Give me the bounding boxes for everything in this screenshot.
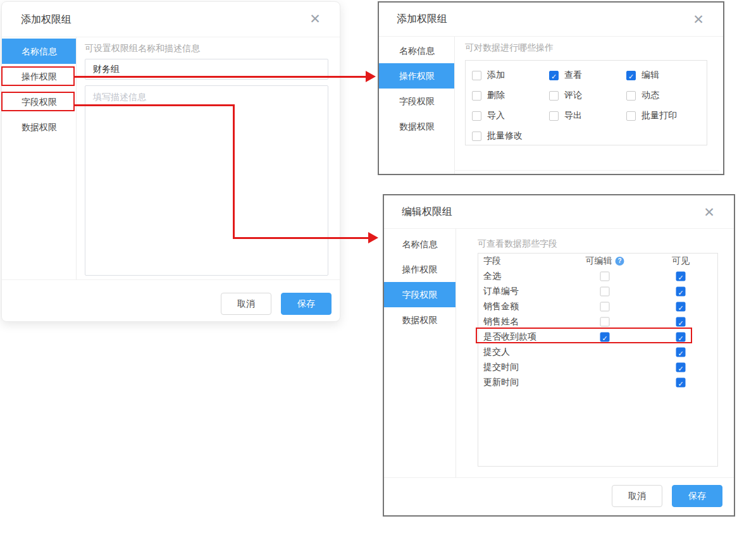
tab-label: 数据权限 [22,122,57,132]
op-item: 评论 [549,85,626,106]
tab-operation-permission[interactable]: 操作权限 [379,63,455,89]
fields-table: 字段 可编辑 ? 可见 全选 订单编号 销售金额 销售姓名 [478,253,718,467]
editable-checkbox[interactable] [600,317,610,327]
sidebar-divider [76,37,77,279]
visible-checkbox[interactable] [676,363,686,372]
tab-data-permission[interactable]: 数据权限 [379,114,455,139]
table-header-row: 字段 可编辑 ? 可见 [478,254,717,269]
dialog-add-permission-group-name: 添加权限组 ✕ 名称信息 操作权限 字段权限 数据权限 可设置权限组名称和描述信… [1,1,340,322]
close-icon[interactable]: ✕ [307,11,323,27]
op-item: 批量修改 [472,126,549,146]
content-bottom-divider [454,170,719,171]
table-row: 更新时间 [478,375,717,390]
op-checkbox[interactable] [549,91,559,101]
visible-checkbox[interactable] [676,348,686,357]
tab-name-info[interactable]: 名称信息 [2,39,77,64]
op-item: 导入 [472,106,549,126]
op-checkbox[interactable] [549,111,559,121]
close-icon[interactable]: ✕ [690,11,707,28]
tab-label: 操作权限 [399,71,435,81]
op-label: 批量修改 [487,130,523,142]
visible-checkbox[interactable] [676,317,686,327]
dialog-title: 添加权限组 [397,13,447,26]
op-item: 编辑 [626,65,707,85]
tab-label: 操作权限 [22,71,57,82]
visible-checkbox[interactable] [676,378,686,388]
tab-operation-permission[interactable]: 操作权限 [2,64,77,89]
save-button[interactable]: 保存 [281,293,332,315]
tab-label: 字段权限 [402,290,438,300]
footer-divider [2,279,340,280]
field-label: 提交人 [483,346,510,358]
tab-label: 名称信息 [22,46,57,56]
op-checkbox[interactable] [472,71,481,80]
group-description-textarea[interactable] [85,85,328,276]
visible-checkbox[interactable] [676,287,686,297]
tab-label: 名称信息 [399,46,435,56]
field-label: 订单编号 [483,286,519,297]
op-item: 批量打印 [626,106,707,126]
table-row: 销售金额 [478,299,717,314]
op-item: 动态 [626,85,707,106]
table-row: 订单编号 [478,284,717,299]
op-item: 删除 [472,85,549,106]
tab-field-permission[interactable]: 字段权限 [384,282,455,307]
op-label: 动态 [641,90,659,101]
save-button[interactable]: 保存 [672,485,722,507]
op-label: 删除 [487,90,505,101]
annotation-arrow-to-operations-head [366,71,376,82]
op-item: 添加 [472,65,549,85]
op-checkbox[interactable] [626,91,636,101]
op-item: 查看 [549,65,626,85]
tab-operation-permission[interactable]: 操作权限 [384,257,455,282]
op-checkbox[interactable] [472,91,481,101]
op-label: 添加 [487,70,505,81]
help-icon[interactable]: ? [616,257,624,266]
header-divider [2,37,340,37]
sidebar-tabs: 名称信息 操作权限 字段权限 数据权限 [379,38,455,139]
field-label: 全选 [483,271,501,282]
op-label: 导出 [564,110,582,121]
field-label: 更新时间 [483,377,519,388]
tab-field-permission[interactable]: 字段权限 [2,89,77,114]
tab-data-permission[interactable]: 数据权限 [2,114,77,140]
dialog-add-permission-group-operations: 添加权限组 ✕ 名称信息 操作权限 字段权限 数据权限 可对数据进行哪些操作 添… [378,1,724,175]
sidebar-tabs: 名称信息 操作权限 字段权限 数据权限 [384,231,455,333]
editable-checkbox[interactable] [600,333,610,342]
tab-label: 操作权限 [402,264,438,274]
tab-data-permission[interactable]: 数据权限 [384,307,455,333]
field-label: 销售金额 [483,301,519,312]
editable-checkbox[interactable] [600,302,610,312]
op-checkbox[interactable] [472,111,481,121]
op-checkbox[interactable] [626,71,636,80]
column-header-visible: 可见 [672,255,690,267]
op-checkbox[interactable] [549,71,559,80]
cancel-button[interactable]: 取消 [221,293,271,315]
tab-label: 字段权限 [22,97,57,107]
tab-field-permission[interactable]: 字段权限 [379,89,455,114]
visible-checkbox[interactable] [676,302,686,312]
tab-name-info[interactable]: 名称信息 [379,38,455,63]
op-label: 批量打印 [641,110,677,121]
table-row: 销售姓名 [478,314,717,329]
close-icon[interactable]: ✕ [701,204,717,221]
table-row: 全选 [478,269,717,284]
table-row-highlighted: 是否收到款项 [478,329,717,345]
visible-checkbox[interactable] [676,272,686,281]
table-row: 提交时间 [478,360,717,375]
column-header-editable: 可编辑 [586,255,612,267]
tab-name-info[interactable]: 名称信息 [384,231,455,257]
op-checkbox[interactable] [626,111,636,121]
cancel-button[interactable]: 取消 [612,485,662,507]
op-checkbox[interactable] [472,132,481,141]
section-hint: 可对数据进行哪些操作 [465,42,554,54]
op-label: 编辑 [641,70,659,81]
editable-checkbox[interactable] [600,272,610,281]
op-label: 评论 [564,90,582,101]
group-name-input[interactable] [85,59,328,80]
tab-label: 数据权限 [402,315,438,325]
visible-checkbox[interactable] [676,333,686,342]
dialog-title: 添加权限组 [21,13,71,27]
tab-label: 字段权限 [399,96,435,106]
editable-checkbox[interactable] [600,287,610,297]
